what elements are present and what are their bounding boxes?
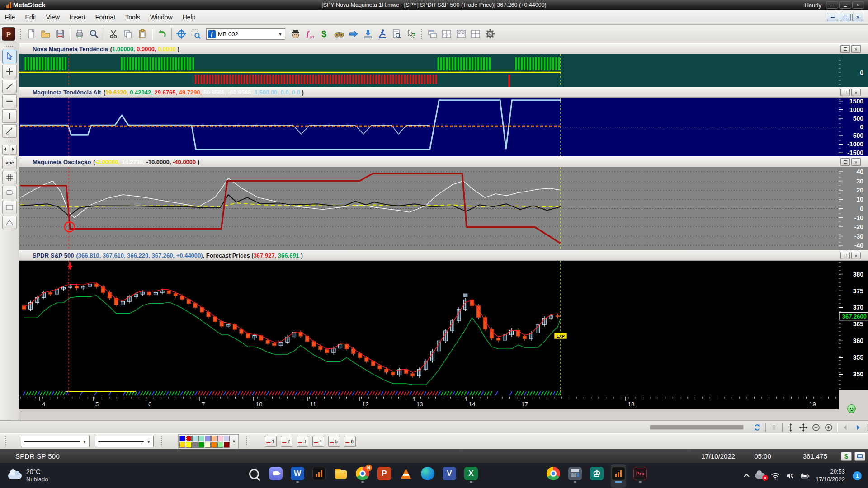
- scan-button[interactable]: [332, 27, 346, 41]
- vertical-line-button[interactable]: [2, 109, 17, 123]
- taskbar-chrome-button[interactable]: N: [355, 464, 370, 488]
- palette-color-swatch[interactable]: [205, 436, 211, 441]
- find-button[interactable]: [87, 27, 101, 41]
- menu-tools[interactable]: Tools: [120, 12, 145, 23]
- pan-button[interactable]: [797, 422, 809, 433]
- palette-color-swatch[interactable]: [186, 436, 192, 441]
- ellipse-tool-button[interactable]: [2, 186, 17, 199]
- pane-title-tendencia[interactable]: Nova Maquineta Tendência (1.00000, 0.000…: [19, 43, 868, 54]
- refresh-button[interactable]: [751, 422, 763, 433]
- palette-color-swatch[interactable]: [211, 442, 217, 448]
- cascade-button[interactable]: [425, 27, 439, 41]
- pane-close-button[interactable]: ×: [851, 252, 861, 259]
- crosshair-tool-button[interactable]: [2, 65, 17, 78]
- expert-chart-button-2[interactable]: 2: [281, 436, 292, 447]
- menu-edit[interactable]: Edit: [20, 12, 41, 23]
- toolbar-grip[interactable]: [421, 29, 423, 39]
- menu-window[interactable]: Window: [145, 12, 178, 23]
- taskbar-search-button[interactable]: [246, 464, 262, 488]
- taskbar-edge-button[interactable]: [420, 464, 435, 488]
- taskbar-powerpoint-button[interactable]: P: [377, 464, 392, 488]
- onedrive-error-icon[interactable]: ×: [755, 473, 765, 479]
- layout-3-button[interactable]: [454, 27, 468, 41]
- pane-restore-button[interactable]: [840, 252, 850, 259]
- menu-view[interactable]: View: [41, 12, 65, 23]
- open-button[interactable]: [39, 27, 52, 41]
- pane-price-chart[interactable]: EXP380375370365360355350367.2600: [19, 261, 868, 390]
- palette-color-swatch[interactable]: [179, 436, 185, 441]
- tray-clock[interactable]: 20:53 17/10/2022: [816, 468, 845, 483]
- pane-close-button[interactable]: ×: [851, 45, 861, 53]
- scrollbar-thumb[interactable]: [650, 425, 743, 429]
- toolbar-grip[interactable]: [246, 436, 248, 446]
- palette-color-swatch[interactable]: [186, 442, 192, 448]
- bar-cursor-button[interactable]: [768, 422, 780, 433]
- pane-close-button[interactable]: ×: [851, 158, 861, 166]
- expert-chart-button-4[interactable]: 4: [312, 436, 324, 447]
- line-style-combo[interactable]: ▼: [21, 436, 90, 447]
- taskbar-excel-button[interactable]: X: [463, 464, 479, 488]
- palette-color-swatch[interactable]: [198, 436, 204, 441]
- stop-line-button[interactable]: SL: [2, 124, 17, 138]
- taskbar-vlc-button[interactable]: [398, 464, 414, 488]
- toolbar-grip[interactable]: [5, 436, 7, 446]
- toolbar-grip[interactable]: [20, 29, 22, 39]
- scroll-right-button[interactable]: [10, 145, 17, 155]
- expert-chart-button-3[interactable]: 3: [297, 436, 308, 447]
- pane-restore-button[interactable]: [840, 89, 850, 96]
- downloader-button[interactable]: [361, 27, 375, 41]
- taskbar-word-button[interactable]: W: [290, 464, 305, 488]
- palette-color-swatch[interactable]: [192, 442, 198, 448]
- toolbar-grip[interactable]: [5, 46, 14, 47]
- pane-restore-button[interactable]: [840, 45, 850, 53]
- pane-restore-button[interactable]: [840, 158, 850, 166]
- taskbar-calculator-button[interactable]: [567, 464, 583, 488]
- text-tool-button[interactable]: abc: [2, 156, 17, 169]
- dollar-button[interactable]: $: [841, 452, 852, 461]
- indicator-builder-button[interactable]: f(x): [303, 27, 317, 41]
- taskbar-chess-button[interactable]: ♔: [589, 464, 604, 488]
- trendline-button[interactable]: [2, 80, 17, 93]
- zoom-in-button[interactable]: [823, 422, 835, 433]
- copy-button[interactable]: [121, 27, 135, 41]
- pane-title-tendencia-alt[interactable]: Maquineta Tendência Alt (19.6320, 0.4204…: [19, 87, 868, 98]
- battery-icon[interactable]: [801, 472, 810, 480]
- close-button[interactable]: ×: [852, 1, 864, 9]
- child-restore-button[interactable]: [840, 14, 851, 21]
- expert-chart-button-5[interactable]: 5: [328, 436, 340, 447]
- horizontal-scrollbar[interactable]: [650, 425, 744, 430]
- child-minimize-button[interactable]: [827, 14, 838, 21]
- taskbar-metastock-active-button[interactable]: [611, 464, 626, 488]
- weather-widget[interactable]: 20°C Nublado: [8, 468, 48, 483]
- page-right-button[interactable]: [852, 422, 864, 433]
- palette-color-swatch[interactable]: [217, 442, 223, 448]
- microscope-button[interactable]: [376, 27, 389, 41]
- grid-tool-button[interactable]: [2, 171, 17, 184]
- taskbar-start-button[interactable]: [225, 464, 240, 488]
- menu-file[interactable]: File: [0, 12, 20, 23]
- toolbar-grip[interactable]: [161, 436, 163, 446]
- expert-chart-button-6[interactable]: 6: [344, 436, 356, 447]
- save-button[interactable]: [53, 27, 67, 41]
- palette-color-swatch[interactable]: [224, 436, 230, 441]
- pointer-button[interactable]: [2, 50, 17, 63]
- taskbar-chat-button[interactable]: [268, 464, 283, 488]
- expert-chart-button-1[interactable]: 1: [265, 436, 277, 447]
- taskbar-visio-button[interactable]: V: [442, 464, 457, 488]
- pane-close-button[interactable]: ×: [851, 89, 861, 96]
- pane-tendencia-chart[interactable]: 0: [19, 54, 868, 87]
- child-close-button[interactable]: ×: [852, 14, 863, 21]
- pane-title-oscilacao[interactable]: Maquineta Oscilação (-2.00000, 14.2738, …: [19, 156, 868, 167]
- cut-button[interactable]: [107, 27, 120, 41]
- undo-button[interactable]: [155, 27, 169, 41]
- minimize-button[interactable]: [826, 1, 838, 9]
- volume-icon[interactable]: [786, 472, 795, 480]
- crosshair-button[interactable]: [175, 27, 188, 41]
- horizontal-line-button[interactable]: [2, 94, 17, 108]
- scroll-left-button[interactable]: [2, 145, 9, 155]
- taskbar-chrome2-button[interactable]: [546, 464, 561, 488]
- palette-color-swatch[interactable]: [179, 442, 185, 448]
- toolbar-grip[interactable]: [5, 141, 14, 142]
- forecaster-button[interactable]: [347, 27, 360, 41]
- options-gear-button[interactable]: [483, 27, 497, 41]
